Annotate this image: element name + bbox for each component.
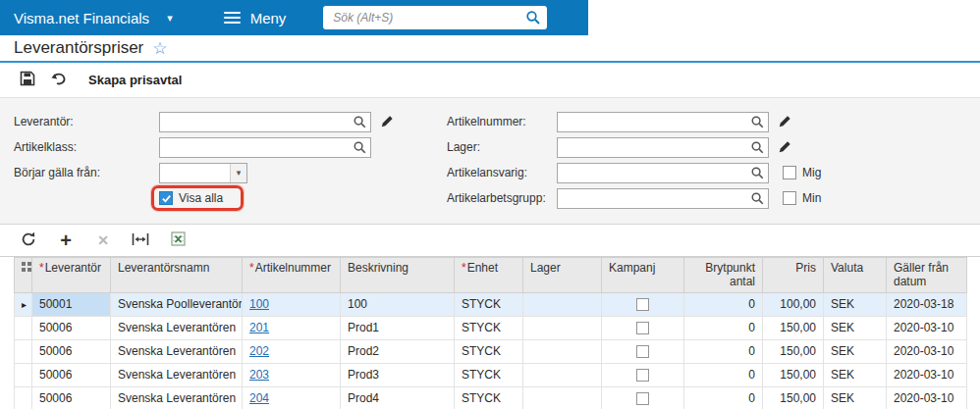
hamburger-icon: [224, 12, 241, 24]
plus-icon: +: [60, 230, 72, 250]
lookup-icon[interactable]: [750, 191, 765, 210]
cell-artikelnummer[interactable]: 100: [243, 292, 341, 316]
row-selector-cell[interactable]: [15, 386, 32, 409]
artikelnummer-input[interactable]: [558, 113, 768, 131]
save-button[interactable]: [12, 67, 43, 94]
lookup-icon[interactable]: [750, 140, 765, 159]
cell-leverantorsnamn: Svenska Leverantören: [111, 363, 243, 386]
kampanj-checkbox[interactable]: [636, 345, 649, 358]
leverantor-input[interactable]: [160, 113, 370, 131]
cell-valuta: SEK: [824, 386, 887, 409]
refresh-button[interactable]: [12, 227, 45, 254]
lookup-icon[interactable]: [353, 115, 367, 133]
kampanj-checkbox[interactable]: [636, 298, 649, 311]
cell-beskrivning: Prod4: [341, 386, 455, 409]
search-icon[interactable]: [525, 10, 541, 29]
table-header-row: *Leverantör Leverantörsnamn *Artikelnumm…: [15, 258, 967, 293]
col-header-kampanj[interactable]: Kampanj: [602, 258, 684, 293]
favorite-star-icon[interactable]: ☆: [152, 40, 167, 57]
artikelansvarig-label: Artikelansvarig:: [447, 166, 557, 179]
artikelnummer-link[interactable]: 100: [249, 297, 269, 311]
add-row-button[interactable]: +: [49, 227, 82, 254]
table-row[interactable]: 50006 Svenska Leverantören 203 Prod3 STY…: [15, 363, 967, 386]
cell-leverantor[interactable]: 50006: [32, 386, 111, 409]
visa-alla-checkbox[interactable]: [159, 191, 173, 205]
lookup-icon[interactable]: [353, 140, 367, 159]
lookup-icon[interactable]: [750, 115, 765, 133]
col-header-enhet[interactable]: *Enhet: [455, 258, 523, 293]
lookup-icon[interactable]: [750, 166, 765, 184]
row-pointer-icon: ▸: [22, 299, 27, 310]
col-header-lager[interactable]: Lager: [523, 258, 602, 293]
refresh-icon: [21, 231, 36, 250]
lager-input[interactable]: [558, 138, 768, 157]
kampanj-checkbox[interactable]: [636, 322, 649, 334]
cell-artikelnummer[interactable]: 201: [243, 316, 341, 339]
undo-button[interactable]: [43, 67, 75, 94]
col-header-galler-fran-datum[interactable]: Gäller från datum: [887, 258, 967, 293]
cell-enhet: STYCK: [455, 363, 523, 386]
col-header-beskrivning[interactable]: Beskrivning: [341, 258, 455, 293]
lager-lookup: [557, 137, 769, 158]
table-row[interactable]: 50006 Svenska Leverantören 201 Prod1 STY…: [15, 316, 967, 339]
row-selector-cell[interactable]: [15, 316, 32, 339]
command-bar: Skapa prisavtal: [0, 63, 980, 98]
row-selector-header[interactable]: [15, 258, 32, 293]
artikelarbetsgrupp-label: Artikelarbetsgrupp:: [447, 191, 557, 205]
artikelnummer-link[interactable]: 203: [249, 368, 269, 382]
cell-beskrivning: Prod1: [341, 316, 455, 339]
cell-artikelnummer[interactable]: 202: [243, 339, 341, 363]
row-selector-cell[interactable]: [15, 363, 32, 386]
combo-arrow-icon[interactable]: ▾: [230, 164, 246, 182]
cell-leverantor[interactable]: 50006: [32, 316, 111, 339]
min-label: Min: [802, 191, 821, 205]
search-input[interactable]: [323, 11, 547, 25]
min-checkbox[interactable]: [783, 191, 796, 205]
export-excel-button[interactable]: [161, 227, 194, 254]
kampanj-checkbox[interactable]: [636, 369, 649, 382]
col-header-pris[interactable]: Pris: [763, 258, 824, 293]
cell-artikelnummer[interactable]: 203: [243, 363, 341, 386]
fit-width-button[interactable]: [124, 227, 157, 254]
undo-icon: [51, 72, 68, 89]
col-header-leverantor[interactable]: *Leverantör: [32, 258, 111, 293]
artikelarbetsgrupp-input[interactable]: [558, 189, 768, 208]
col-header-brytpunkt-antal[interactable]: Brytpunkt antal: [684, 258, 763, 293]
cell-lager: [523, 386, 602, 409]
artikelansvarig-input[interactable]: [558, 164, 768, 182]
row-selector-cell[interactable]: ▸: [15, 292, 32, 316]
col-header-valuta[interactable]: Valuta: [824, 258, 887, 293]
artikelnummer-link[interactable]: 201: [249, 321, 269, 334]
artikelklass-input[interactable]: [160, 138, 370, 157]
global-search: [323, 6, 547, 29]
cell-artikelnummer[interactable]: 204: [243, 386, 341, 409]
create-price-agreement-button[interactable]: Skapa prisavtal: [88, 73, 182, 87]
delete-row-button[interactable]: ✕: [86, 227, 120, 254]
cell-leverantor[interactable]: 50006: [32, 363, 111, 386]
app-switcher[interactable]: Visma.net Financials ▾: [0, 0, 187, 35]
table-row[interactable]: 50006 Svenska Leverantören 202 Prod2 STY…: [15, 339, 967, 363]
cell-leverantor[interactable]: 50001: [32, 292, 111, 316]
edit-pencil-icon[interactable]: [778, 140, 791, 154]
page-title: Leverantörspriser: [14, 38, 143, 58]
artikelnummer-link[interactable]: 204: [249, 391, 269, 405]
edit-pencil-icon[interactable]: [778, 115, 791, 128]
top-bar: Visma.net Financials ▾ Meny: [0, 0, 588, 35]
grid-settings-icon: [22, 261, 31, 275]
col-header-leverantorsnamn[interactable]: Leverantörsnamn: [111, 258, 243, 293]
artikelnummer-link[interactable]: 202: [249, 344, 269, 358]
edit-pencil-icon[interactable]: [380, 115, 394, 128]
filter-column-right: Artikelnummer: Lager: Artikelansvarig:: [447, 109, 821, 211]
table-row[interactable]: ▸ 50001 Svenska Poolleverantören 100 100…: [15, 292, 967, 316]
excel-export-icon: [171, 231, 186, 249]
table-row[interactable]: 50006 Svenska Leverantören 204 Prod4 STY…: [15, 386, 967, 409]
cell-leverantor[interactable]: 50006: [32, 339, 111, 363]
mig-checkbox[interactable]: [783, 166, 796, 179]
cell-lager: [523, 292, 602, 316]
col-header-artikelnummer[interactable]: *Artikelnummer: [243, 258, 341, 293]
row-selector-cell[interactable]: [15, 339, 32, 363]
artikelarbetsgrupp-lookup: [557, 188, 769, 209]
kampanj-checkbox[interactable]: [636, 392, 649, 405]
cell-valuta: SEK: [824, 339, 887, 363]
menu-button[interactable]: Meny: [204, 0, 306, 35]
